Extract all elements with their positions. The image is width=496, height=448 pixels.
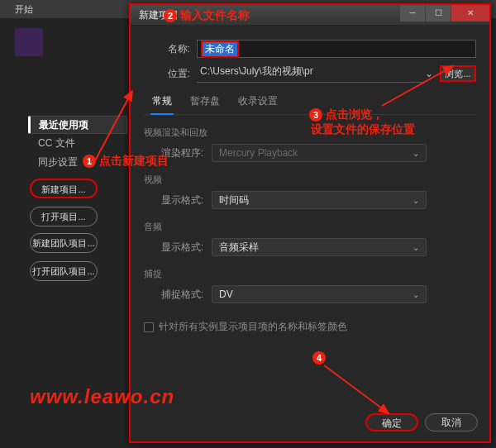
browse-button[interactable]: 浏览... — [440, 65, 476, 82]
section-audio: 音频 — [144, 221, 476, 233]
renderer-label: 渲染程序: — [144, 146, 203, 160]
tab-ingest[interactable]: 收录设置 — [236, 89, 279, 114]
minimize-icon[interactable]: ─ — [400, 5, 425, 21]
sidebar: 最近使用项 CC 文件 同步设置 — [28, 116, 127, 172]
name-input[interactable]: 未命名 — [197, 40, 476, 58]
audio-format-select[interactable]: 音频采样⌄ — [212, 238, 427, 256]
video-format-label: 显示格式: — [144, 193, 203, 207]
close-icon[interactable]: ✕ — [451, 5, 489, 21]
app-logo — [15, 28, 43, 56]
checkbox-label: 针对所有实例显示项目项的名称和标签颜色 — [159, 320, 347, 334]
sidebar-item-sync[interactable]: 同步设置 — [28, 153, 127, 172]
video-format-select[interactable]: 时间码⌄ — [212, 191, 427, 209]
dialog-title: 新建项目 — [139, 9, 179, 21]
location-input[interactable]: C:\Users\July\我的视频\pr — [197, 64, 423, 83]
checkbox-icon — [144, 322, 154, 332]
tab-scratch[interactable]: 暂存盘 — [188, 89, 222, 114]
capture-format-select[interactable]: DV⌄ — [212, 285, 427, 303]
dialog-body: 名称: 未命名 位置: C:\Users\July\我的视频\pr ⌄ 浏览..… — [131, 25, 489, 334]
new-project-button[interactable]: 新建项目... — [30, 179, 98, 198]
open-project-button[interactable]: 打开项目... — [30, 207, 98, 226]
renderer-select[interactable]: Mercury Playback⌄ — [212, 144, 427, 162]
sidebar-item-ccfiles[interactable]: CC 文件 — [28, 134, 127, 153]
watermark: www.leawo.cn — [30, 385, 174, 408]
name-label: 名称: — [144, 42, 190, 56]
capture-format-label: 捕捉格式: — [144, 288, 203, 302]
new-project-dialog: 新建项目 ─ ☐ ✕ 名称: 未命名 位置: C:\Users\July\我的视… — [129, 3, 491, 443]
sidebar-item-recent[interactable]: 最近使用项 — [28, 116, 127, 134]
app-title: 开始 — [15, 4, 33, 14]
dialog-titlebar: 新建项目 ─ ☐ ✕ — [131, 5, 489, 25]
tabs: 常规 暂存盘 收录设置 — [144, 89, 476, 115]
name-value: 未命名 — [201, 41, 239, 58]
section-video: 视频 — [144, 174, 476, 186]
tab-general[interactable]: 常规 — [150, 89, 174, 115]
ok-button[interactable]: 确定 — [365, 413, 418, 431]
audio-format-label: 显示格式: — [144, 241, 203, 255]
maximize-icon[interactable]: ☐ — [426, 5, 451, 21]
section-render: 视频渲染和回放 — [144, 126, 476, 139]
show-name-color-checkbox[interactable]: 针对所有实例显示项目项的名称和标签颜色 — [144, 320, 476, 334]
cancel-button[interactable]: 取消 — [425, 413, 478, 431]
chevron-down-icon[interactable]: ⌄ — [423, 68, 435, 79]
section-capture: 捕捉 — [144, 268, 476, 280]
location-label: 位置: — [144, 67, 190, 81]
new-team-project-button[interactable]: 新建团队项目... — [30, 233, 98, 253]
open-team-project-button[interactable]: 打开团队项目... — [30, 261, 98, 281]
